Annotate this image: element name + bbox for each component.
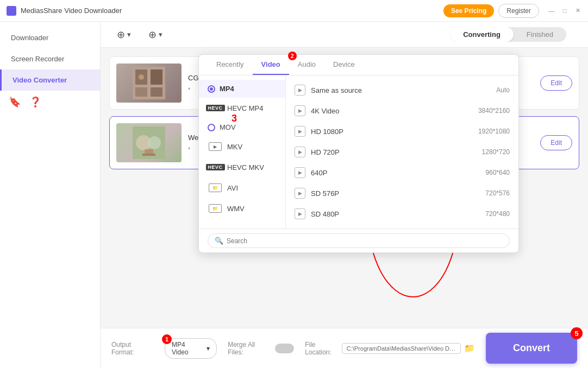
format-mkv-label: MKV (227, 143, 242, 151)
radio-mp4 (208, 85, 215, 93)
titlebar-right: See Pricing Register — □ ✕ (443, 4, 581, 18)
maximize-button[interactable]: □ (561, 7, 568, 15)
svg-rect-10 (142, 154, 155, 156)
convert-btn-wrap: Convert 5 (486, 333, 577, 364)
dropdown-body: MP4 HEVC HEVC MP4 MOV ▶ MKV (199, 75, 518, 229)
svg-rect-3 (135, 87, 147, 97)
thumbnail-image (116, 123, 182, 162)
svg-point-8 (148, 136, 161, 149)
quality-640p[interactable]: ▶ 640P 960*640 (286, 162, 518, 183)
format-item-hevc-mkv[interactable]: HEVC HEVC MKV (199, 157, 285, 177)
radio-mov (208, 124, 215, 131)
quality-480p-res: 720*480 (466, 210, 510, 218)
add-video-button[interactable]: ⊕ ▾ (111, 26, 136, 44)
merge-toggle-group: Merge All Files: (228, 341, 294, 356)
quality-480p-label: SD 480P (311, 210, 461, 218)
format-hevc-mkv-label: HEVC MKV (227, 163, 264, 172)
add-url-icon: ⊕ (148, 29, 157, 41)
sidebar: Downloader Screen Recorder Video Convert… (0, 22, 101, 368)
help-icon[interactable]: ❓ (29, 96, 41, 108)
play-icon-640p: ▶ (295, 167, 305, 178)
quality-same-res: Auto (466, 86, 510, 94)
toolbar: ⊕ ▾ ⊕ ▾ Converting Finished (101, 22, 588, 48)
titlebar-left: MediasShare Video Downloader (7, 6, 122, 16)
quality-640p-label: 640P (311, 169, 461, 177)
convert-button[interactable]: Convert (486, 333, 577, 364)
search-box[interactable]: 🔍 (208, 233, 510, 248)
format-item-avi[interactable]: 📁 AVI (199, 177, 285, 198)
play-icon-4k: ▶ (295, 105, 305, 116)
file-location-label: File Location: (305, 341, 339, 356)
quality-720p-res: 1280*720 (466, 148, 510, 156)
quality-same-label: Same as source (311, 86, 461, 94)
quality-1080p-res: 1920*1080 (466, 128, 510, 135)
format-item-mp4[interactable]: MP4 (199, 80, 285, 98)
video-thumbnail (116, 123, 182, 162)
merge-label: Merge All Files: (228, 341, 271, 356)
hevc-badge-mkv: HEVC (208, 162, 223, 173)
quality-576p[interactable]: ▶ SD 576P 720*576 (286, 183, 518, 204)
dropdown-arrow: ▾ (207, 345, 210, 352)
format-item-wmv[interactable]: 📁 WMV (199, 198, 285, 219)
titlebar: MediasShare Video Downloader See Pricing… (0, 0, 588, 22)
format-mov-label: MOV (220, 123, 236, 131)
format-item-mov[interactable]: MOV (199, 118, 285, 136)
thumbnail-artwork-2 (133, 126, 165, 159)
quality-list: ▶ Same as source Auto ▶ 4K Video 3840*21… (286, 75, 518, 229)
app-title: MediasShare Video Downloader (21, 7, 122, 15)
pricing-button[interactable]: See Pricing (443, 4, 494, 17)
quality-576p-label: SD 576P (311, 189, 461, 198)
edit-button-2[interactable]: Edit (540, 135, 572, 150)
wmv-icon: 📁 (208, 203, 223, 214)
window-controls: — □ ✕ (548, 7, 581, 15)
tab-group: Converting Finished (450, 27, 566, 42)
folder-browse-icon[interactable]: 📁 (464, 343, 475, 353)
add-video-icon: ⊕ (117, 29, 125, 41)
dropdown-tab-video[interactable]: Video 2 (253, 55, 289, 75)
dropdown-tab-device[interactable]: Device (324, 55, 364, 75)
add-video-chevron: ▾ (127, 30, 131, 39)
add-url-button[interactable]: ⊕ ▾ (143, 26, 168, 44)
quality-1080p[interactable]: ▶ HD 1080P 1920*1080 (286, 121, 518, 142)
tab-finished[interactable]: Finished (514, 27, 566, 42)
minimize-button[interactable]: — (548, 7, 555, 15)
dropdown-tab-recently[interactable]: Recently (208, 55, 253, 75)
search-icon: 🔍 (215, 237, 223, 245)
register-button[interactable]: Register (498, 4, 539, 18)
add-url-chevron: ▾ (159, 30, 162, 39)
sidebar-item-video-converter[interactable]: Video Converter (0, 69, 100, 91)
format-item-hevc-mp4[interactable]: HEVC HEVC MP4 (199, 98, 285, 118)
main-content: ⊕ ▾ ⊕ ▾ Converting Finished (101, 22, 588, 368)
quality-same-as-source[interactable]: ▶ Same as source Auto (286, 80, 518, 100)
selected-format: MP4 Video (172, 341, 202, 356)
sidebar-bottom: 🔖 ❓ (0, 91, 100, 113)
close-button[interactable]: ✕ (574, 7, 581, 15)
file-path-display[interactable]: C:\ProgramData\MediasShare\Video Downloa… (342, 343, 461, 354)
bottom-bar: Output Format: 1 MP4 Video ▾ Merge All F… (101, 328, 588, 368)
tab-converting[interactable]: Converting (450, 27, 514, 42)
quality-4k[interactable]: ▶ 4K Video 3840*2160 (286, 100, 518, 121)
quality-720p[interactable]: ▶ HD 720P 1280*720 (286, 142, 518, 162)
format-hevc-mp4-label: HEVC MP4 (227, 104, 263, 112)
format-wmv-label: WMV (227, 205, 245, 213)
edit-button[interactable]: Edit (540, 75, 572, 91)
merge-toggle-switch[interactable] (275, 344, 294, 353)
sidebar-item-screen-recorder[interactable]: Screen Recorder (0, 48, 100, 69)
quality-640p-res: 960*640 (466, 169, 510, 176)
search-input[interactable] (227, 237, 503, 245)
thumbnail-artwork (133, 67, 165, 99)
format-item-mkv[interactable]: ▶ MKV (199, 136, 285, 157)
file-location-group: File Location: C:\ProgramData\MediasShar… (305, 341, 475, 356)
play-icon-480p: ▶ (295, 208, 305, 219)
search-row: 🔍 (199, 229, 518, 252)
bookmark-icon[interactable]: 🔖 (9, 96, 21, 108)
app-logo (7, 6, 16, 16)
dropdown-tabs: Recently Video 2 Audio Device (199, 55, 518, 75)
format-selector[interactable]: 1 MP4 Video ▾ (165, 338, 217, 359)
play-icon-720p: ▶ (295, 147, 305, 157)
quality-480p[interactable]: ▶ SD 480P 720*480 (286, 204, 518, 224)
svg-rect-2 (151, 69, 162, 85)
quality-1080p-label: HD 1080P (311, 128, 461, 136)
sidebar-item-downloader[interactable]: Downloader (0, 27, 100, 48)
app-body: Downloader Screen Recorder Video Convert… (0, 22, 588, 368)
